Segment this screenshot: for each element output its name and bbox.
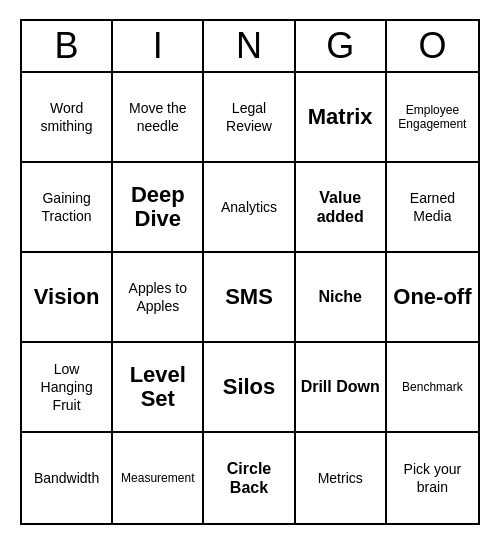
bingo-cell: Move the needle (113, 73, 204, 163)
cell-text: Word smithing (26, 99, 107, 135)
bingo-cell: Silos (204, 343, 295, 433)
cell-text: Legal Review (208, 99, 289, 135)
cell-text: Earned Media (391, 189, 474, 225)
bingo-cell: Earned Media (387, 163, 478, 253)
bingo-cell: Level Set (113, 343, 204, 433)
cell-text: Employee Engagement (391, 103, 474, 132)
cell-text: Metrics (318, 469, 363, 487)
cell-text: SMS (225, 285, 273, 309)
bingo-cell: Apples to Apples (113, 253, 204, 343)
bingo-cell: Drill Down (296, 343, 387, 433)
bingo-cell: Deep Dive (113, 163, 204, 253)
bingo-cell: Analytics (204, 163, 295, 253)
cell-text: Level Set (117, 363, 198, 411)
bingo-grid: Word smithingMove the needleLegal Review… (22, 73, 478, 523)
header-letter: B (22, 21, 113, 71)
header-letter: O (387, 21, 478, 71)
bingo-cell: Matrix (296, 73, 387, 163)
cell-text: Drill Down (301, 377, 380, 396)
header-letter: I (113, 21, 204, 71)
header-letter: G (296, 21, 387, 71)
cell-text: Measurement (121, 471, 194, 485)
cell-text: Pick your brain (391, 460, 474, 496)
bingo-cell: Bandwidth (22, 433, 113, 523)
bingo-cell: Legal Review (204, 73, 295, 163)
bingo-cell: Low Hanging Fruit (22, 343, 113, 433)
cell-text: Value added (300, 188, 381, 226)
cell-text: Move the needle (117, 99, 198, 135)
cell-text: Vision (34, 285, 100, 309)
bingo-cell: Circle Back (204, 433, 295, 523)
bingo-cell: Measurement (113, 433, 204, 523)
cell-text: Low Hanging Fruit (26, 360, 107, 415)
cell-text: One-off (393, 285, 471, 309)
bingo-cell: Value added (296, 163, 387, 253)
bingo-cell: Pick your brain (387, 433, 478, 523)
cell-text: Apples to Apples (117, 279, 198, 315)
bingo-cell: Gaining Traction (22, 163, 113, 253)
bingo-cell: SMS (204, 253, 295, 343)
cell-text: Deep Dive (117, 183, 198, 231)
bingo-cell: Employee Engagement (387, 73, 478, 163)
cell-text: Niche (318, 287, 362, 306)
bingo-cell: Vision (22, 253, 113, 343)
bingo-cell: Metrics (296, 433, 387, 523)
cell-text: Benchmark (402, 380, 463, 394)
cell-text: Silos (223, 375, 276, 399)
cell-text: Circle Back (208, 459, 289, 497)
bingo-header: BINGO (22, 21, 478, 73)
cell-text: Gaining Traction (26, 189, 107, 225)
bingo-cell: One-off (387, 253, 478, 343)
bingo-card: BINGO Word smithingMove the needleLegal … (20, 19, 480, 525)
cell-text: Analytics (221, 198, 277, 216)
cell-text: Bandwidth (34, 469, 99, 487)
header-letter: N (204, 21, 295, 71)
bingo-cell: Word smithing (22, 73, 113, 163)
bingo-cell: Niche (296, 253, 387, 343)
bingo-cell: Benchmark (387, 343, 478, 433)
cell-text: Matrix (308, 105, 373, 129)
